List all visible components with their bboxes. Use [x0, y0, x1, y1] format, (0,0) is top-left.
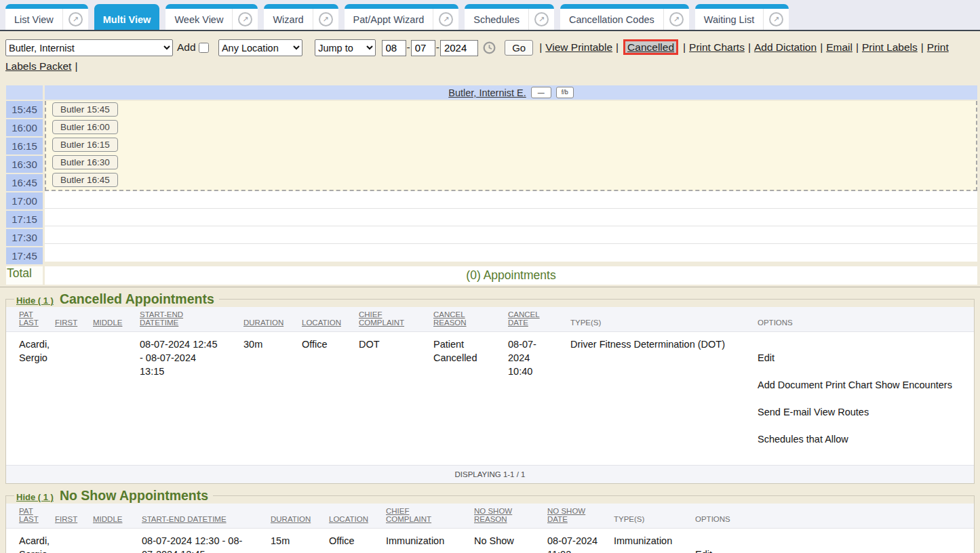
link-separator: | — [820, 41, 823, 53]
closed-time-row[interactable] — [45, 226, 977, 244]
sort-chief-complaint[interactable]: CHIEF COMPLAINT — [359, 310, 404, 327]
sort-location[interactable]: LOCATION — [329, 515, 368, 523]
provider-header-link[interactable]: Butler, Internist E. — [448, 87, 526, 98]
link-add-dictation[interactable]: Add Dictation — [754, 41, 817, 53]
location-select[interactable]: Any Location — [218, 39, 302, 56]
open-in-new-icon[interactable]: ↗ — [433, 9, 458, 30]
sort-duration[interactable]: DURATION — [243, 319, 283, 327]
no-show-appointment-row: Acardi, Sergio 08-07-2024 12:30 - 08- 07… — [6, 529, 974, 553]
appointment-option-links[interactable]: Edit — [758, 351, 971, 365]
cell-options: Edit Add Document Print Chart Show Encou… — [692, 529, 974, 553]
date-day-input[interactable] — [411, 40, 435, 56]
tab-schedules[interactable]: Schedules ↗ — [465, 4, 554, 30]
tab-waiting-list[interactable]: Waiting List ↗ — [695, 4, 789, 30]
sort-middle[interactable]: MIDDLE — [93, 319, 122, 327]
open-in-new-arrow-glyph: ↗ — [439, 12, 453, 26]
col-location: LOCATION — [299, 307, 356, 332]
no-show-appointments-section: Hide ( 1 ) No Show Appointments PAT LAST… — [5, 488, 975, 553]
link-separator: | — [539, 41, 542, 53]
open-in-new-icon[interactable]: ↗ — [313, 9, 338, 30]
provider-select[interactable]: Butler, Internist — [5, 39, 173, 56]
tab-multi-view[interactable]: Multi View — [94, 4, 160, 30]
clock-icon[interactable] — [482, 41, 496, 55]
closed-time-row[interactable] — [45, 191, 977, 209]
slot-button[interactable]: Butler 16:45 — [52, 173, 118, 187]
link-print-labels[interactable]: Print Labels — [862, 41, 918, 53]
toolbar: Butler, Internist Add Any Location Jump … — [0, 31, 980, 79]
link-separator: | — [921, 41, 924, 53]
sort-cancel-date[interactable]: CANCEL DATE — [508, 310, 540, 327]
jump-to-select[interactable]: Jump to — [315, 39, 376, 56]
sort-first[interactable]: FIRST — [55, 319, 77, 327]
open-in-new-icon[interactable]: ↗ — [62, 9, 88, 30]
slot-button[interactable]: Butler 16:00 — [52, 120, 118, 134]
sort-start-end[interactable]: START-END DATETIME — [142, 515, 227, 523]
date-month-input[interactable] — [382, 40, 406, 56]
date-separator: - — [436, 41, 439, 53]
open-in-new-icon[interactable]: ↗ — [763, 9, 789, 30]
sort-no-show-date[interactable]: NO SHOW DATE — [547, 507, 585, 523]
col-types: TYPE(S) — [568, 307, 755, 332]
date-year-input[interactable] — [440, 40, 478, 56]
tab-wizard[interactable]: Wizard ↗ — [264, 4, 338, 30]
cell-chief-complaint: DOT — [356, 332, 431, 466]
open-in-new-icon[interactable]: ↗ — [663, 9, 689, 30]
add-checkbox[interactable] — [199, 43, 209, 53]
link-print-charts[interactable]: Print Charts — [689, 41, 745, 53]
tab-list-view[interactable]: List View ↗ — [5, 4, 88, 30]
col-start-end: START-END DATETIME — [139, 504, 268, 529]
tab-week-view[interactable]: Week View ↗ — [165, 4, 258, 30]
sort-chief-complaint[interactable]: CHIEF COMPLAINT — [386, 507, 431, 523]
tab-label: Week View — [165, 9, 232, 30]
sort-start-end[interactable]: START-END DATETIME — [140, 310, 183, 327]
sort-pat-last[interactable]: PAT LAST — [19, 310, 39, 327]
open-in-new-icon[interactable]: ↗ — [232, 9, 258, 30]
no-show-header-row: PAT LAST FIRST MIDDLE START-END DATETIME… — [6, 504, 974, 529]
sort-middle[interactable]: MIDDLE — [93, 515, 122, 523]
col-cancel-reason: CANCEL REASON — [431, 307, 505, 332]
slot-button[interactable]: Butler 16:15 — [52, 138, 118, 152]
cell-location: Office — [299, 332, 356, 466]
link-cancelled-highlighted[interactable]: Cancelled — [623, 39, 678, 55]
appointment-option-links[interactable]: Edit — [695, 548, 971, 553]
view-tab-bar: List View ↗ Multi View Week View ↗ Wizar… — [0, 0, 980, 31]
sort-pat-last[interactable]: PAT LAST — [19, 507, 39, 523]
hide-no-show-link[interactable]: Hide ( 1 ) — [16, 492, 54, 502]
time-slot-label: 17:00 — [6, 192, 43, 209]
slot-button[interactable]: Butler 16:30 — [52, 155, 118, 169]
col-chief-complaint: CHIEF COMPLAINT — [383, 504, 471, 529]
appointment-option-links[interactable]: Send E-mail View Routes — [758, 405, 971, 419]
link-view-printable[interactable]: View Printable — [545, 41, 612, 53]
collapse-column-button[interactable]: — — [531, 87, 551, 98]
types-header-label: TYPE(S) — [570, 319, 601, 327]
hide-cancelled-link[interactable]: Hide ( 1 ) — [16, 295, 54, 306]
col-duration: DURATION — [241, 307, 299, 332]
time-column: 15:45 16:00 16:15 16:30 16:45 17:00 17:1… — [6, 101, 43, 266]
col-no-show-reason: NO SHOW REASON — [471, 504, 545, 529]
sort-no-show-reason[interactable]: NO SHOW REASON — [474, 507, 512, 523]
fb-toggle-button[interactable]: f/b — [556, 87, 574, 98]
open-schedule-region[interactable]: Butler 15:45 Butler 16:00 Butler 16:15 B… — [45, 101, 977, 191]
sort-first[interactable]: FIRST — [55, 515, 77, 523]
appointment-option-links[interactable]: Schedules that Allow — [758, 432, 971, 446]
sort-location[interactable]: LOCATION — [302, 319, 341, 327]
sort-cancel-reason[interactable]: CANCEL REASON — [433, 310, 467, 327]
link-separator: | — [748, 41, 751, 53]
tab-cancellation-codes[interactable]: Cancellation Codes ↗ — [560, 4, 689, 30]
open-in-new-icon[interactable]: ↗ — [528, 9, 554, 30]
link-separator: | — [683, 41, 686, 53]
sort-duration[interactable]: DURATION — [271, 515, 311, 523]
closed-time-row[interactable] — [45, 209, 977, 226]
tab-label: Cancellation Codes — [560, 9, 663, 30]
link-email[interactable]: Email — [826, 41, 852, 53]
cancelled-section-legend: Hide ( 1 ) Cancelled Appointments — [14, 291, 219, 307]
appointment-option-links[interactable]: Add Document Print Chart Show Encounters — [758, 378, 971, 392]
closed-time-row[interactable] — [45, 244, 977, 262]
tab-pat-appt-wizard[interactable]: Pat/Appt Wizard ↗ — [345, 4, 459, 30]
cell-types: Driver Fitness Determination (DOT) — [568, 332, 755, 466]
go-button[interactable]: Go — [505, 40, 533, 56]
time-slot-label: 17:45 — [6, 247, 43, 264]
slot-button[interactable]: Butler 15:45 — [52, 102, 118, 117]
open-in-new-arrow-glyph: ↗ — [319, 12, 333, 26]
cell-chief-complaint: Immunization — [383, 529, 471, 553]
